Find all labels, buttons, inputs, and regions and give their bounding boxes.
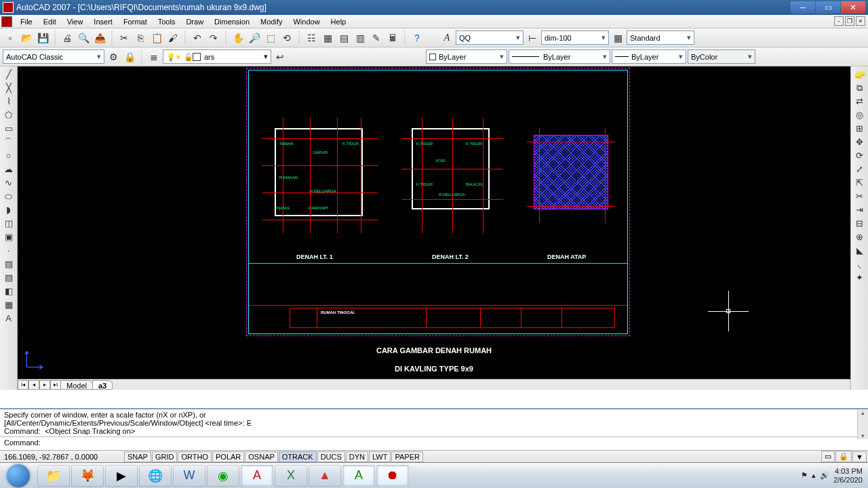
paste-button[interactable]: 📋 (149, 30, 164, 45)
save-button[interactable]: 💾 (35, 30, 50, 45)
designcenter-button[interactable]: ▦ (320, 30, 335, 45)
quickcalc-button[interactable]: 🖩 (385, 30, 400, 45)
linetype-combo[interactable]: ByLayer (509, 49, 610, 64)
pline-button[interactable]: ⌇ (1, 95, 16, 108)
match-button[interactable]: 🖌 (165, 30, 180, 45)
array-button[interactable]: ⊞ (852, 122, 867, 135)
mdi-minimize-button[interactable]: - (834, 16, 844, 26)
menu-insert[interactable]: Insert (88, 16, 118, 27)
explode-button[interactable]: ✦ (852, 271, 867, 284)
task-firefox[interactable]: 🦊 (71, 465, 104, 487)
tablestyle-combo[interactable]: Standard (627, 30, 694, 45)
task-explorer[interactable]: 📁 (37, 465, 70, 487)
revcloud-button[interactable]: ☁ (1, 163, 16, 176)
task-coreldraw[interactable]: ◉ (207, 465, 239, 487)
workspace-settings-button[interactable]: ⚙ (106, 49, 121, 64)
tab-next-button[interactable]: ▸ (39, 380, 50, 390)
task-autocad2[interactable]: A (342, 465, 375, 487)
fillet-button[interactable]: ◟ (852, 258, 867, 270)
gradient-button[interactable]: ▧ (1, 271, 16, 284)
layer-prev-button[interactable]: ↩ (273, 49, 288, 64)
zoom-prev-button[interactable]: ⟲ (279, 30, 294, 45)
maximize-button[interactable]: ▭ (816, 1, 840, 14)
grid-toggle[interactable]: GRID (152, 451, 178, 462)
lineweight-combo[interactable]: ByLayer (612, 49, 686, 64)
textstyle-combo[interactable]: QQ (456, 30, 524, 45)
zoom-button[interactable]: 🔎 (247, 30, 262, 45)
ortho-toggle[interactable]: ORTHO (178, 451, 212, 462)
task-word[interactable]: W (173, 465, 205, 487)
plotstyle-combo[interactable]: ByColor (688, 49, 755, 64)
polar-toggle[interactable]: POLAR (212, 451, 244, 462)
menu-edit[interactable]: Edit (38, 16, 62, 27)
tab-a3[interactable]: a3 (92, 380, 113, 390)
ducs-toggle[interactable]: DUCS (317, 451, 345, 462)
copy-obj-button[interactable]: ⧉ (852, 81, 867, 94)
menu-file[interactable]: File (15, 16, 38, 27)
redo-button[interactable]: ↷ (206, 30, 221, 45)
line-button[interactable]: ╱ (1, 68, 16, 81)
model-tile-button[interactable]: ▭ (821, 451, 835, 462)
markup-button[interactable]: ✎ (369, 30, 384, 45)
color-combo[interactable]: ByLayer (426, 49, 507, 64)
mdi-restore-button[interactable]: ❐ (845, 16, 854, 26)
zoom-window-button[interactable]: ⬚ (263, 30, 278, 45)
mirror-button[interactable]: ⇄ (852, 95, 867, 108)
snap-toggle[interactable]: SNAP (124, 451, 151, 462)
command-input[interactable] (41, 439, 864, 447)
arc-button[interactable]: ⌒ (1, 136, 16, 148)
annotation-button[interactable]: ▼ (852, 451, 867, 462)
scale-button[interactable]: ⤢ (852, 163, 867, 176)
workspace-combo[interactable]: AutoCAD Classic (3, 49, 104, 64)
menu-format[interactable]: Format (118, 16, 153, 27)
help-button[interactable]: ? (410, 30, 425, 45)
otrack-toggle[interactable]: OTRACK (279, 451, 317, 462)
mdi-close-button[interactable]: × (856, 16, 865, 26)
menu-view[interactable]: View (62, 16, 89, 27)
menu-draw[interactable]: Draw (180, 16, 209, 27)
clock[interactable]: 4:03 PM2/6/2020 (833, 467, 863, 483)
minimize-button[interactable]: ─ (791, 1, 815, 14)
command-line[interactable]: Command: (0, 436, 868, 448)
new-button[interactable]: ▫ (3, 30, 18, 45)
task-recorder[interactable]: ⏺ (376, 465, 409, 487)
plot-button[interactable]: 🖨 (60, 30, 75, 45)
erase-button[interactable]: 🧽 (852, 68, 867, 81)
offset-button[interactable]: ◎ (852, 108, 867, 121)
tab-last-button[interactable]: ▸I (50, 380, 61, 390)
preview-button[interactable]: 🔍 (76, 30, 91, 45)
lock-ui-button[interactable]: 🔒 (835, 451, 852, 462)
insert-button[interactable]: ◫ (1, 217, 16, 230)
move-button[interactable]: ✥ (852, 136, 867, 148)
dyn-toggle[interactable]: DYN (346, 451, 368, 462)
rotate-button[interactable]: ⟳ (852, 149, 867, 162)
copy-button[interactable]: ⎘ (133, 30, 148, 45)
task-chrome[interactable]: 🌐 (139, 465, 172, 487)
stretch-button[interactable]: ⇱ (852, 176, 867, 189)
tab-first-button[interactable]: I◂ (18, 380, 28, 390)
undo-button[interactable]: ↶ (190, 30, 205, 45)
xline-button[interactable]: ╳ (1, 81, 16, 94)
chamfer-button[interactable]: ◣ (852, 244, 867, 257)
layer-combo[interactable]: 💡 ☀ 🔓 ars ▾ (163, 49, 271, 64)
ellipse-button[interactable]: ⬭ (1, 190, 16, 203)
osnap-toggle[interactable]: OSNAP (245, 451, 278, 462)
region-button[interactable]: ◧ (1, 285, 16, 298)
coordinates-readout[interactable]: 166.1069, -92.7867 , 0.0000 (1, 453, 123, 461)
task-vlc[interactable]: ▶ (105, 465, 138, 487)
point-button[interactable]: · (1, 244, 16, 257)
close-button[interactable]: ✕ (841, 1, 865, 14)
system-tray[interactable]: ⚑ ▴ 🔊 4:03 PM2/6/2020 (795, 467, 868, 483)
menu-tools[interactable]: Tools (153, 16, 181, 27)
command-scrollbar[interactable] (857, 409, 868, 439)
circle-button[interactable]: ○ (1, 149, 16, 162)
join-button[interactable]: ⊕ (852, 230, 867, 243)
start-button[interactable] (0, 463, 37, 489)
workspace-lock-button[interactable]: 🔒 (122, 49, 137, 64)
makeblock-button[interactable]: ▣ (1, 230, 16, 243)
break-button[interactable]: ⊟ (852, 217, 867, 230)
sheetset-button[interactable]: ▥ (353, 30, 368, 45)
polygon-button[interactable]: ⬠ (1, 108, 16, 121)
task-excel[interactable]: X (275, 465, 307, 487)
tray-flag-icon[interactable]: ⚑ (801, 471, 808, 480)
